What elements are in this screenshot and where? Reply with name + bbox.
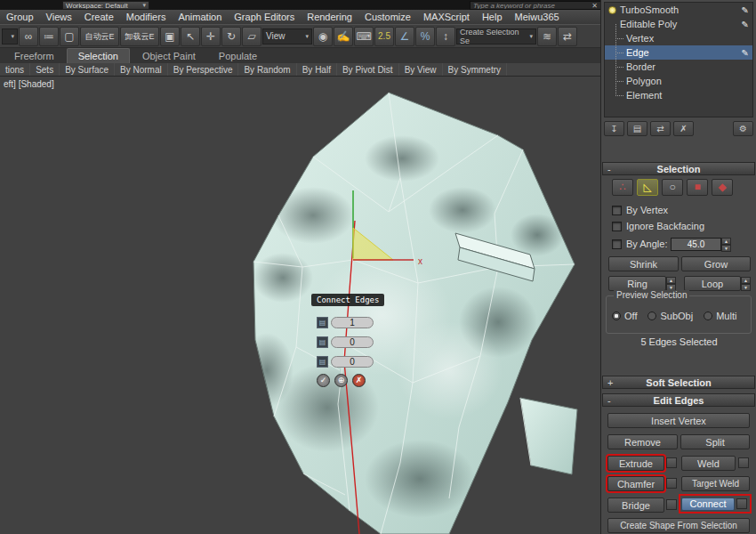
stack-item-border[interactable]: Border: [605, 60, 752, 74]
edit-named-sets-icon[interactable]: ≋: [537, 27, 557, 46]
remove-modifier-icon[interactable]: ✗: [673, 121, 694, 136]
shrink-button[interactable]: Shrink: [608, 256, 679, 271]
ribbon-tool-by-symmetry[interactable]: By Symmetry: [443, 63, 507, 76]
mirror-icon[interactable]: ⇄: [558, 27, 577, 46]
link-icon[interactable]: ∞: [19, 27, 38, 46]
pinch-input[interactable]: 0: [331, 336, 374, 348]
caddy-apply-button[interactable]: ⊕: [334, 374, 348, 387]
preview-off-radio[interactable]: [612, 312, 621, 320]
tab-freeform[interactable]: Freeform: [4, 49, 65, 63]
ribbon-tool-by-view[interactable]: By View: [399, 63, 443, 76]
ribbon-tool-by-surface[interactable]: By Surface: [60, 63, 115, 76]
unload-cloud-library-button[interactable]: 卸载云E库: [120, 27, 159, 46]
loop-button[interactable]: Loop: [684, 276, 741, 291]
percent-snap-icon[interactable]: %: [415, 27, 435, 46]
keyboard-override-icon[interactable]: ⌨: [354, 27, 374, 46]
stack-item-polygon[interactable]: Polygon: [605, 74, 752, 88]
weld-settings-button[interactable]: [738, 457, 749, 468]
use-pivot-center-icon[interactable]: ◉: [313, 27, 333, 46]
ribbon-tool-sets[interactable]: Sets: [30, 63, 60, 76]
edge-subobject-icon[interactable]: ◺: [637, 179, 658, 196]
ignore-backfacing-checkbox[interactable]: [612, 222, 622, 231]
caddy-cancel-button[interactable]: ✗: [352, 374, 366, 387]
grow-button[interactable]: Grow: [681, 256, 751, 271]
ring-spinner[interactable]: [666, 277, 676, 290]
ribbon-tool-by-perspective[interactable]: By Perspective: [168, 63, 239, 76]
create-shape-button[interactable]: Create Shape From Selection: [607, 518, 750, 533]
preview-multi-radio[interactable]: [704, 312, 712, 320]
ribbon-tool-by-pivot-dist[interactable]: By Pivot Dist: [337, 63, 399, 76]
by-angle-field[interactable]: 45.0: [671, 238, 721, 251]
menu-rendering[interactable]: Rendering: [301, 10, 358, 24]
tab-populate[interactable]: Populate: [208, 49, 268, 63]
snaps-toggle-icon[interactable]: 2.5: [374, 27, 394, 46]
menu-animation[interactable]: Animation: [172, 10, 228, 24]
extrude-settings-button[interactable]: [666, 457, 677, 468]
search-box[interactable]: Type a keyword or phrase ✕: [470, 1, 601, 10]
stack-item-vertex[interactable]: Vertex: [605, 31, 752, 45]
menu-modifiers[interactable]: Modifiers: [120, 10, 173, 24]
slide-input[interactable]: 0: [331, 356, 374, 368]
element-subobject-icon[interactable]: ◆: [712, 179, 733, 196]
menu-group[interactable]: Group: [0, 10, 40, 24]
polygon-subobject-icon[interactable]: ■: [687, 179, 708, 196]
menu-meiwu365[interactable]: Meiwu365: [509, 10, 566, 24]
remove-button[interactable]: Remove: [607, 434, 678, 449]
mesh-canvas[interactable]: x: [0, 77, 600, 534]
stack-item-turbosmooth[interactable]: TurboSmooth ✎: [605, 3, 752, 17]
spinner-up-icon[interactable]: [741, 277, 751, 284]
split-button[interactable]: Split: [680, 434, 750, 449]
select-move-icon[interactable]: ✛: [201, 27, 221, 46]
insert-vertex-button[interactable]: Insert Vertex: [607, 413, 750, 428]
ring-button[interactable]: Ring: [608, 276, 666, 291]
named-selection-set-dropdown[interactable]: Create Selection Se ▾: [456, 28, 536, 44]
spinner-down-icon[interactable]: [741, 284, 751, 291]
tab-selection[interactable]: Selection: [67, 48, 130, 63]
pin-stack-icon[interactable]: ↧: [604, 121, 624, 136]
show-end-result-icon[interactable]: ▤: [627, 121, 647, 136]
reference-coordinate-dropdown[interactable]: View ▾: [262, 28, 312, 44]
ribbon-tool-by-half[interactable]: By Half: [297, 63, 337, 76]
ribbon-tool-tions[interactable]: tions: [0, 63, 30, 76]
stack-item-editable-poly[interactable]: Editable Poly ✎: [605, 17, 752, 31]
select-scale-icon[interactable]: ▱: [242, 27, 261, 46]
workspace-dropdown[interactable]: Workspace: Default ▾: [62, 1, 149, 10]
select-manipulate-icon[interactable]: ✍: [334, 27, 353, 46]
bridge-settings-button[interactable]: [666, 499, 677, 510]
select-object-icon[interactable]: ↖: [181, 27, 200, 46]
weld-button[interactable]: Weld: [681, 456, 736, 471]
loop-spinner[interactable]: [741, 277, 751, 290]
menu-help[interactable]: Help: [476, 10, 509, 24]
chamfer-settings-button[interactable]: [666, 478, 677, 489]
caddy-ok-button[interactable]: ✓: [317, 374, 330, 387]
selection-region-icon[interactable]: ▢: [60, 27, 79, 46]
soft-selection-rollout-header[interactable]: + Soft Selection: [602, 376, 755, 389]
selection-rollout-header[interactable]: - Selection: [602, 162, 755, 175]
toolbar-mini-dropdown[interactable]: ▾: [2, 28, 18, 44]
vertex-subobject-icon[interactable]: ∴: [612, 179, 633, 196]
spinner-up-icon[interactable]: [721, 238, 731, 245]
stack-item-element[interactable]: Element: [605, 88, 752, 102]
extrude-button[interactable]: Extrude: [607, 456, 664, 471]
connect-settings-button[interactable]: [736, 498, 747, 509]
by-angle-checkbox[interactable]: [612, 239, 622, 249]
by-angle-spinner[interactable]: [721, 238, 731, 251]
spinner-down-icon[interactable]: [721, 245, 731, 252]
edit-edges-rollout-header[interactable]: - Edit Edges: [602, 393, 755, 407]
window-crossing-icon[interactable]: ▣: [160, 27, 180, 46]
auto-cloud-library-button[interactable]: 自动云E库: [80, 27, 119, 46]
target-weld-button[interactable]: Target Weld: [681, 476, 750, 491]
viewport-label[interactable]: eft] [Shaded]: [4, 79, 54, 89]
tab-object-paint[interactable]: Object Paint: [132, 49, 206, 63]
menu-create[interactable]: Create: [78, 10, 120, 24]
menu-maxscript[interactable]: MAXScript: [417, 10, 476, 24]
spinner-up-icon[interactable]: [666, 277, 676, 284]
chamfer-button[interactable]: Chamfer: [607, 476, 664, 491]
close-icon[interactable]: ✕: [591, 2, 598, 10]
stack-item-edge[interactable]: Edge ✎: [605, 45, 752, 60]
select-rotate-icon[interactable]: ↻: [221, 27, 241, 46]
menu-views[interactable]: Views: [40, 10, 78, 24]
by-vertex-checkbox[interactable]: [612, 206, 622, 215]
spinner-snap-icon[interactable]: ↕: [436, 27, 455, 46]
preview-subobj-radio[interactable]: [647, 312, 656, 320]
